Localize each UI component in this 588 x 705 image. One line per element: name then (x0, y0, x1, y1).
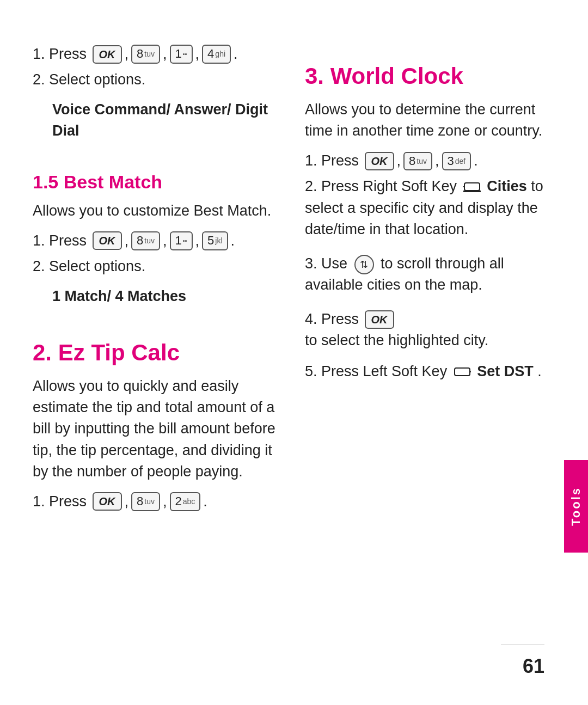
page-container: 1. Press OK , 8tuv , 1▪▪ , 4ghi . 2. Sel… (0, 0, 588, 705)
subsection1-title: 1.5 Best Match (33, 171, 283, 193)
key-ok-2: OK (93, 231, 122, 250)
right-step2-bold: Cities (487, 178, 527, 194)
right-column: 3. World Clock Allows you to determine t… (305, 44, 555, 661)
right-step5-bold: Set DST (477, 363, 534, 379)
key-ok-5: OK (365, 310, 394, 329)
key-8tuv-2: 8tuv (131, 231, 160, 250)
key-8tuv-1: 8tuv (131, 45, 160, 64)
left-step2-prefix: 2. Select options. (33, 69, 283, 90)
right-step2-line: 2. Press Right Soft Key Cities to select… (305, 176, 555, 240)
sub1-step1-prefix: 1. Press (33, 230, 87, 252)
right-step4-prefix: 4. Press (305, 309, 359, 330)
key-ok-4: OK (365, 152, 394, 170)
page-divider (501, 645, 544, 645)
right-soft-key-icon (463, 180, 481, 192)
section3-body: Allows you to determine the current time… (305, 99, 555, 142)
right-step4: 4. Press OK to select the highlighted ci… (305, 309, 555, 357)
right-step5-period: . (537, 363, 542, 379)
left-step1: 1. Press OK , 8tuv , 1▪▪ , 4ghi . (33, 44, 283, 65)
right-step3: 3. Use ⇅ to scroll through all available… (305, 253, 555, 304)
svg-rect-0 (464, 183, 480, 191)
right-step5-line: 5. Press Left Soft Key Set DST . (305, 361, 555, 382)
left-column: 1. Press OK , 8tuv , 1▪▪ , 4ghi . 2. Sel… (33, 44, 283, 661)
right-step3-line: 3. Use ⇅ to scroll through all available… (305, 253, 555, 296)
scroll-icon: ⇅ (354, 255, 374, 274)
section3-title: 3. World Clock (305, 63, 555, 89)
sub1-step2-bold: 1 Match/ 4 Matches (33, 286, 283, 307)
sidebar-label: Tools (564, 460, 588, 553)
section2-title: 2. Ez Tip Calc (33, 340, 283, 366)
right-step1: 1. Press OK , 8tuv , 3def . (305, 150, 555, 171)
left-step2: 2. Select options. Voice Command/ Answer… (33, 69, 283, 150)
key-4ghi-1: 4ghi (202, 45, 231, 64)
left-soft-key-icon (454, 365, 471, 377)
page-number: 61 (523, 655, 544, 678)
sub1-step1: 1. Press OK , 8tuv , 1▪▪ , 5jkl . (33, 230, 283, 252)
left-step2-bold: Voice Command/ Answer/ Digit Dial (33, 99, 283, 142)
sub1-step2: 2. Select options. 1 Match/ 4 Matches (33, 256, 283, 316)
sub1-step2-prefix: 2. Select options. (33, 256, 283, 277)
right-step2-prefix: 2. Press Right Soft Key (305, 178, 457, 194)
key-8tuv-3: 8tuv (131, 492, 160, 511)
sidebar-label-text: Tools (569, 487, 583, 526)
key-8tuv-4: 8tuv (403, 152, 432, 171)
right-step5-prefix: 5. Press Left Soft Key (305, 363, 447, 379)
key-3def-1: 3def (442, 152, 471, 171)
right-step4-suffix: to select the highlighted city. (305, 330, 488, 351)
key-1aa-2: 1▪▪ (170, 231, 193, 250)
key-1aa-1: 1▪▪ (170, 45, 193, 64)
section2-body: Allows you to quickly and easily estimat… (33, 376, 283, 482)
key-ok-3: OK (93, 492, 122, 511)
sec2-step1: 1. Press OK , 8tuv , 2abc . (33, 491, 283, 512)
right-step4-line: 4. Press OK to select the highlighted ci… (305, 309, 555, 351)
left-step1-prefix: 1. Press (33, 44, 87, 65)
right-step1-prefix: 1. Press (305, 150, 359, 171)
right-step2: 2. Press Right Soft Key Cities to select… (305, 176, 555, 248)
right-step3-prefix: 3. Use (305, 255, 347, 272)
sec2-step1-prefix: 1. Press (33, 491, 87, 512)
key-2abc-1: 2abc (170, 492, 201, 511)
right-step5: 5. Press Left Soft Key Set DST . (305, 361, 555, 391)
key-ok-1: OK (93, 45, 122, 64)
subsection1-body: Allows you to customize Best Match. (33, 200, 283, 222)
key-5jkl-1: 5jkl (202, 231, 228, 250)
svg-rect-2 (455, 368, 470, 376)
